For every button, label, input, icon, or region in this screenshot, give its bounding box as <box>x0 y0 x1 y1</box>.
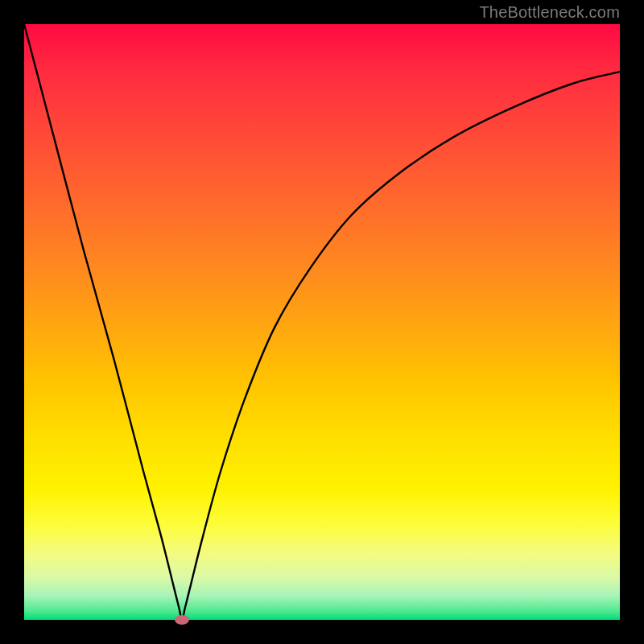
optimum-point-marker <box>175 615 189 625</box>
watermark-text: TheBottleneck.com <box>479 3 620 22</box>
plot-area <box>24 24 620 620</box>
chart-frame: TheBottleneck.com <box>0 0 644 644</box>
bottleneck-curve <box>24 24 620 620</box>
